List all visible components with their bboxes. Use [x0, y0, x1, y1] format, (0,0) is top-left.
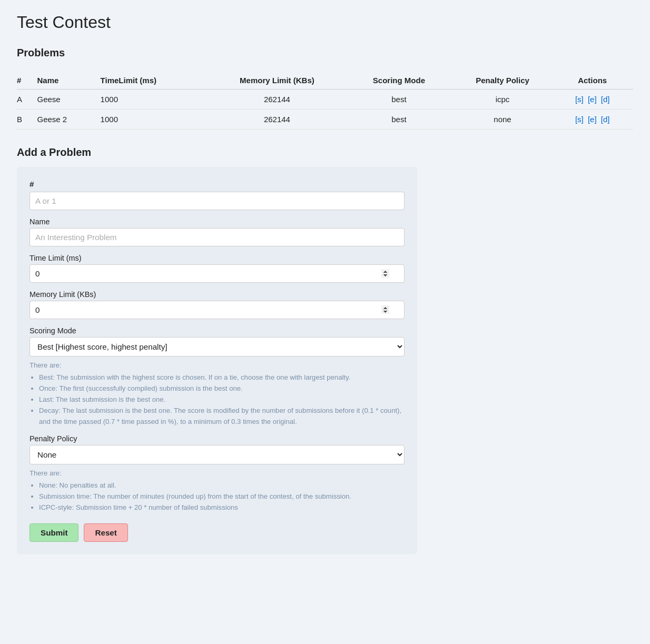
- cell-name: Geese: [37, 90, 100, 110]
- col-name: Name: [37, 72, 100, 90]
- memory-limit-wrap: [29, 301, 405, 319]
- problems-heading: Problems: [17, 47, 633, 59]
- cell-scoring-mode: best: [351, 110, 453, 130]
- problems-table: # Name TimeLimit (ms) Memory Limit (KBs)…: [17, 72, 633, 130]
- page-title: Test Contest: [17, 13, 633, 32]
- cell-memory-limit: 262144: [210, 110, 351, 130]
- add-problem-heading: Add a Problem: [17, 146, 633, 158]
- cell-actions: [s] [e] [d]: [558, 90, 633, 110]
- cell-name: Geese 2: [37, 110, 100, 130]
- time-limit-label: Time Limit (ms): [29, 254, 405, 262]
- hash-label: #: [29, 180, 405, 189]
- add-problem-section: Add a Problem # Name Time Limit (ms) Mem…: [17, 146, 633, 554]
- scoring-help-title: There are:: [29, 361, 61, 369]
- problems-section: Problems # Name TimeLimit (ms) Memory Li…: [17, 47, 633, 130]
- cell-number: A: [17, 90, 37, 110]
- scoring-mode-group: Scoring Mode Best [Highest score, highes…: [29, 326, 405, 427]
- penalty-policy-group: Penalty Policy NoneSubmission timeICPC-s…: [29, 434, 405, 513]
- scoring-mode-select[interactable]: Best [Highest score, highest penalty]Onc…: [29, 337, 405, 356]
- name-group: Name: [29, 217, 405, 246]
- submit-button[interactable]: Submit: [29, 523, 78, 542]
- list-item: Decay: The last submission is the best o…: [39, 405, 405, 427]
- col-scoring-mode: Scoring Mode: [351, 72, 453, 90]
- table-row: A Geese 1000 262144 best icpc [s] [e] [d…: [17, 90, 633, 110]
- action-submit-link[interactable]: [s]: [575, 95, 584, 104]
- cell-scoring-mode: best: [351, 90, 453, 110]
- time-limit-input[interactable]: [29, 264, 405, 283]
- list-item: ICPC-style: Submission time + 20 * numbe…: [39, 502, 405, 513]
- action-edit-link[interactable]: [e]: [588, 95, 597, 104]
- name-input[interactable]: [29, 228, 405, 246]
- penalty-policy-help: There are: None: No penalties at all.Sub…: [29, 468, 405, 513]
- scoring-mode-help: There are: Best: The submission with the…: [29, 360, 405, 427]
- cell-time-limit: 1000: [101, 110, 210, 130]
- list-item: Once: The first (successfully compiled) …: [39, 383, 405, 394]
- col-penalty-policy: Penalty Policy: [454, 72, 558, 90]
- penalty-help-list: None: No penalties at all.Submission tim…: [29, 480, 405, 513]
- cell-memory-limit: 262144: [210, 90, 351, 110]
- list-item: Last: The last submission is the best on…: [39, 394, 405, 405]
- list-item: None: No penalties at all.: [39, 480, 405, 491]
- memory-limit-group: Memory Limit (KBs): [29, 290, 405, 319]
- scoring-help-list: Best: The submission with the highest sc…: [29, 372, 405, 427]
- memory-limit-input[interactable]: [29, 301, 405, 319]
- scoring-mode-label: Scoring Mode: [29, 326, 405, 335]
- col-time-limit: TimeLimit (ms): [101, 72, 210, 90]
- cell-number: B: [17, 110, 37, 130]
- action-delete-link[interactable]: [d]: [601, 95, 610, 104]
- penalty-policy-label: Penalty Policy: [29, 434, 405, 443]
- col-actions: Actions: [558, 72, 633, 90]
- col-memory-limit: Memory Limit (KBs): [210, 72, 351, 90]
- reset-button[interactable]: Reset: [84, 523, 127, 542]
- name-label: Name: [29, 217, 405, 226]
- time-limit-wrap: [29, 264, 405, 283]
- col-number: #: [17, 72, 37, 90]
- penalty-policy-select[interactable]: NoneSubmission timeICPC-style: [29, 445, 405, 464]
- add-problem-form-card: # Name Time Limit (ms) Memory Limit (KBs…: [17, 167, 417, 554]
- cell-penalty-policy: none: [454, 110, 558, 130]
- list-item: Submission time: The number of minutes (…: [39, 491, 405, 502]
- cell-actions: [s] [e] [d]: [558, 110, 633, 130]
- action-edit-link[interactable]: [e]: [588, 115, 597, 124]
- cell-penalty-policy: icpc: [454, 90, 558, 110]
- form-buttons: Submit Reset: [29, 523, 405, 542]
- list-item: Best: The submission with the highest sc…: [39, 372, 405, 383]
- cell-time-limit: 1000: [101, 90, 210, 110]
- action-submit-link[interactable]: [s]: [575, 115, 584, 124]
- hash-group: #: [29, 180, 405, 210]
- table-row: B Geese 2 1000 262144 best none [s] [e] …: [17, 110, 633, 130]
- problems-table-wrap: # Name TimeLimit (ms) Memory Limit (KBs)…: [17, 67, 633, 130]
- memory-limit-label: Memory Limit (KBs): [29, 290, 405, 299]
- action-delete-link[interactable]: [d]: [601, 115, 610, 124]
- penalty-help-title: There are:: [29, 469, 61, 477]
- time-limit-group: Time Limit (ms): [29, 254, 405, 283]
- hash-input[interactable]: [29, 192, 405, 210]
